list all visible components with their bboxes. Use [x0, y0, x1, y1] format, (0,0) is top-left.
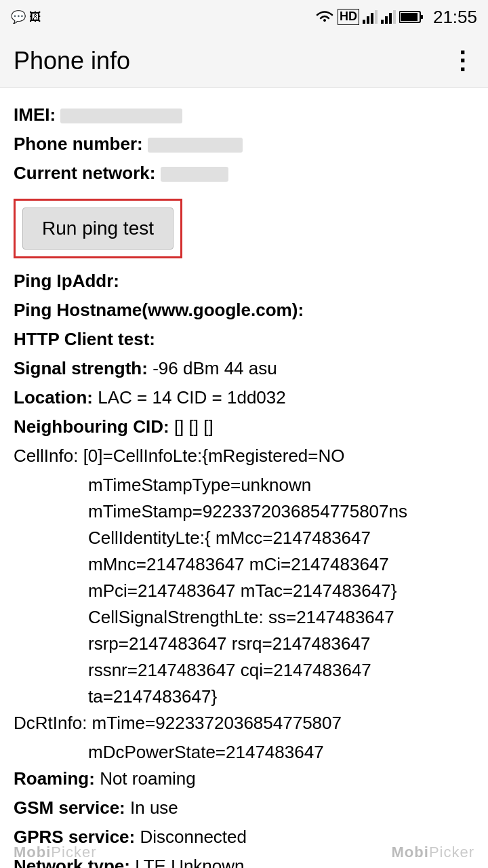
- dcrtinfo-label: DcRtInfo:: [14, 713, 87, 733]
- network-type-row: Network type: LTE,Unknown: [14, 853, 474, 868]
- page-title: Phone info: [14, 47, 130, 75]
- ping-test-highlight-box: Run ping test: [14, 199, 182, 258]
- wifi-icon: [315, 9, 334, 24]
- neighbouring-label: Neighbouring CID:: [14, 416, 169, 437]
- dcrtinfo-line2: mDcPowerState=2147483647: [14, 739, 474, 766]
- gprs-service-row: GPRS service: Disconnected: [14, 824, 474, 850]
- network-row: Current network:: [14, 160, 474, 186]
- gprs-value: Disconnected: [140, 827, 247, 847]
- cellinfo-line4: CellIdentityLte:{ mMcc=2147483647: [14, 525, 474, 551]
- status-icons: 💬 🖼: [11, 9, 41, 24]
- dcrtinfo-value: mTime=9223372036854775807: [92, 713, 342, 733]
- cellinfo-line10: ta=2147483647}: [14, 684, 474, 710]
- cellinfo-row: CellInfo: [0]=CellInfoLte:{mRegistered=N…: [14, 443, 474, 469]
- hd-icon: HD: [338, 9, 359, 25]
- svg-rect-1: [367, 16, 369, 24]
- gsm-service-row: GSM service: In use: [14, 795, 474, 821]
- cellinfo-line3: mTimeStamp=922337203685477580​7ns: [14, 498, 474, 525]
- svg-rect-6: [389, 13, 392, 24]
- network-type-label: Network type:: [14, 856, 130, 868]
- roaming-value: Not roaming: [100, 768, 196, 789]
- cellinfo-line8: rsrp=2147483647 rsrq=2147483647: [14, 631, 474, 657]
- run-ping-test-button[interactable]: Run ping test: [22, 208, 174, 250]
- svg-rect-5: [385, 16, 388, 24]
- app-bar: Phone info ⋮: [0, 34, 488, 88]
- imei-value: [60, 108, 182, 123]
- signal-value: -96 dBm 44 asu: [152, 358, 277, 378]
- battery-icon: [399, 10, 424, 24]
- network-label: Current network:: [14, 163, 155, 183]
- http-client-row: HTTP Client test:: [14, 326, 474, 353]
- network-value: [161, 167, 228, 182]
- signal-label: Signal strength:: [14, 358, 148, 378]
- gallery-icon: 🖼: [29, 10, 41, 24]
- http-client-label: HTTP Client test:: [14, 329, 155, 349]
- svg-rect-9: [420, 15, 423, 19]
- roaming-row: Roaming: Not roaming: [14, 766, 474, 792]
- overflow-menu-button[interactable]: ⋮: [450, 47, 474, 75]
- cellinfo-line9: rssnr=2147483647 cqi=2147483647: [14, 657, 474, 684]
- ping-ipaddr-label: Ping IpAddr:: [14, 271, 119, 291]
- cellinfo-label: CellInfo:: [14, 446, 78, 466]
- location-label: Location:: [14, 387, 93, 408]
- status-time: 21:55: [433, 7, 477, 28]
- system-icons: HD: [315, 9, 424, 25]
- phone-number-row: Phone number:: [14, 131, 474, 157]
- imei-row: IMEI:: [14, 102, 474, 128]
- location-row: Location: LAC = 14 CID = 1dd032: [14, 384, 474, 411]
- cellinfo-value: [0]=CellInfoLte:{mRegistered=NO: [83, 446, 345, 466]
- neighbouring-value: [] [] []: [174, 416, 214, 437]
- signal2-icon: [381, 10, 396, 24]
- svg-rect-10: [401, 13, 418, 21]
- whatsapp-icon: 💬: [11, 9, 26, 24]
- ping-hostname-label: Ping Hostname(www.google.com):: [14, 300, 304, 320]
- svg-rect-4: [381, 20, 384, 24]
- neighbouring-cid-row: Neighbouring CID: [] [] []: [14, 414, 474, 440]
- content-area: IMEI: Phone number: Current network: Run…: [0, 88, 488, 868]
- gsm-service-label: GSM service:: [14, 797, 125, 818]
- roaming-label: Roaming:: [14, 768, 95, 789]
- phone-label: Phone number:: [14, 134, 143, 154]
- ping-ipaddr-row: Ping IpAddr:: [14, 268, 474, 294]
- ping-hostname-row: Ping Hostname(www.google.com):: [14, 297, 474, 323]
- cellinfo-line5: mMnc=2147483647 mCi=2147483647: [14, 551, 474, 578]
- gprs-label: GPRS service:: [14, 827, 135, 847]
- cellinfo-line6: mPci=2147483647 mTac=2147483647}: [14, 578, 474, 604]
- signal1-icon: [363, 10, 378, 24]
- cellinfo-line2: mTimeStampType=unknown: [14, 472, 474, 498]
- gsm-service-value: In use: [130, 797, 178, 818]
- svg-rect-3: [375, 10, 378, 24]
- network-type-value: LTE,Unknown: [135, 856, 244, 868]
- phone-value: [148, 138, 243, 153]
- signal-strength-row: Signal strength: -96 dBm 44 asu: [14, 355, 474, 382]
- location-value: LAC = 14 CID = 1dd032: [98, 387, 286, 408]
- svg-rect-0: [363, 20, 365, 24]
- dcrtinfo-row: DcRtInfo: mTime=9223372036854775807: [14, 710, 474, 736]
- svg-rect-2: [371, 13, 373, 24]
- svg-rect-7: [393, 10, 396, 24]
- imei-label: IMEI:: [14, 104, 56, 125]
- status-bar: 💬 🖼 HD 2: [0, 0, 488, 34]
- cellinfo-line7: CellSignalStrengthLte: ss=2147483647: [14, 604, 474, 631]
